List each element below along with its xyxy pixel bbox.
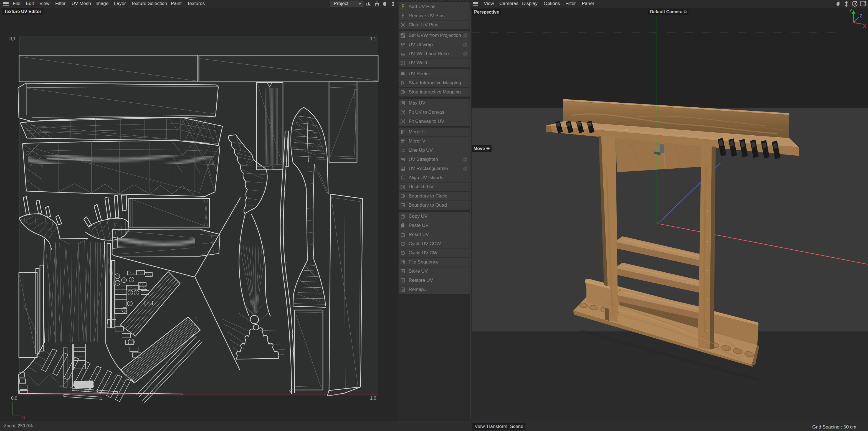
svg-text:Y: Y (849, 9, 852, 13)
svg-text:U: U (22, 415, 25, 420)
svg-text:X: X (863, 24, 866, 29)
svg-text:Z: Z (860, 13, 863, 18)
